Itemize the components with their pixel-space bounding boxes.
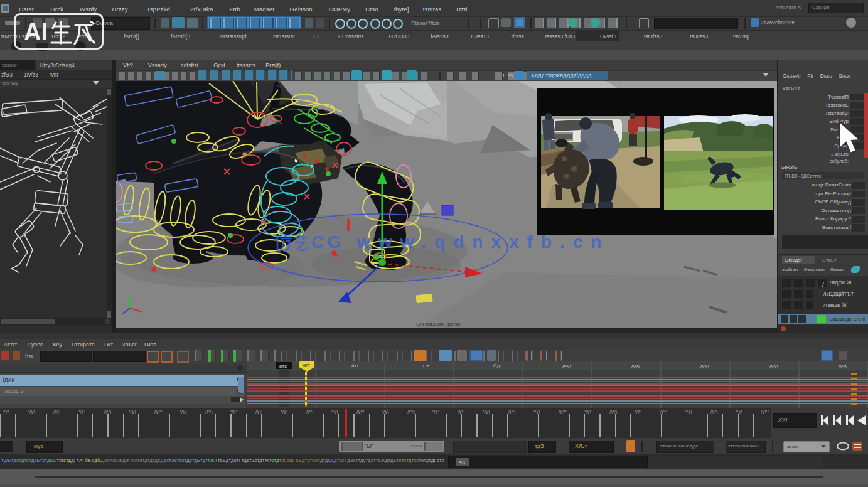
svg-text:Cf Psst33on : persp: Cf Psst33on : persp [416, 321, 461, 327]
